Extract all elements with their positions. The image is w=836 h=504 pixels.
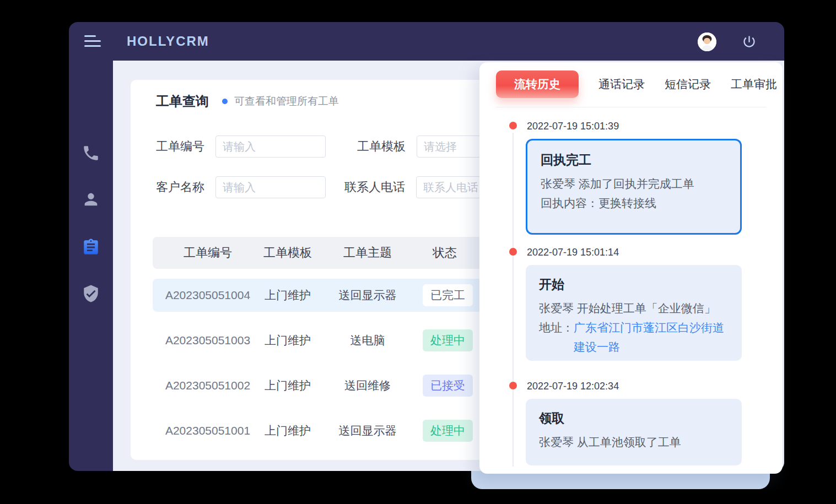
timeline-card-text: 张爱琴 开始处理工单「企业微信」 bbox=[539, 299, 729, 318]
filter-workorder-id: 工单编号 bbox=[156, 136, 326, 158]
cell-template: 上门维护 bbox=[263, 333, 312, 348]
user-icon bbox=[82, 190, 100, 209]
customer-name-input[interactable] bbox=[215, 176, 326, 198]
cell-id: A202305051003 bbox=[153, 334, 263, 347]
tab-flow-history[interactable]: 流转历史 bbox=[496, 71, 579, 98]
avatar[interactable] bbox=[698, 32, 716, 51]
filter-label: 工单编号 bbox=[156, 138, 204, 155]
timeline-dot-icon bbox=[509, 382, 517, 389]
timeline-timestamp: 2022-07-19 12:02:34 bbox=[527, 380, 619, 393]
col-header-template: 工单模板 bbox=[263, 245, 312, 261]
cell-subject: 送回维修 bbox=[312, 378, 423, 393]
sidebar-item-calls[interactable] bbox=[82, 144, 100, 162]
sidebar-item-security[interactable] bbox=[82, 284, 100, 303]
timeline-timestamp: 2022-07-19 15:01:14 bbox=[527, 246, 619, 259]
timeline-dot-icon bbox=[509, 248, 517, 256]
filter-customer-name: 客户名称 bbox=[156, 176, 326, 198]
screenshot-stage: HOLLYCRM bbox=[0, 0, 836, 504]
tabs-divider bbox=[496, 107, 766, 107]
timeline-dot-icon bbox=[509, 122, 517, 129]
clipboard-icon bbox=[82, 238, 100, 257]
cell-id: A202305051002 bbox=[153, 379, 263, 392]
cell-id: A202305051004 bbox=[153, 289, 263, 302]
timeline-card-text: 张爱琴 添加了回执并完成工单 bbox=[541, 174, 727, 193]
menu-icon[interactable] bbox=[84, 35, 101, 50]
timeline-card-started: 开始 张爱琴 开始处理工单「企业微信」 地址： 广东省江门市蓬江区白沙街道建设一… bbox=[526, 265, 742, 361]
app-header: HOLLYCRM bbox=[69, 22, 784, 61]
timeline-card-title: 开始 bbox=[539, 276, 729, 293]
sidebar-item-workorders-active[interactable] bbox=[82, 238, 100, 257]
page-subtitle: 可查看和管理所有工单 bbox=[234, 94, 339, 109]
timeline-timestamp: 2022-07-19 15:01:39 bbox=[527, 120, 619, 133]
tab-sms-records[interactable]: 短信记录 bbox=[665, 77, 711, 92]
cell-template: 上门维护 bbox=[263, 423, 312, 438]
status-badge: 已接受 bbox=[423, 375, 473, 397]
status-badge: 处理中 bbox=[423, 329, 473, 351]
cell-subject: 送电脑 bbox=[312, 333, 423, 348]
cell-subject: 送回显示器 bbox=[312, 423, 423, 438]
address-link[interactable]: 广东省江门市蓬江区白沙街道建设一路 bbox=[574, 318, 724, 356]
filter-label: 联系人电话 bbox=[344, 179, 405, 196]
timeline-card-title: 回执完工 bbox=[541, 151, 727, 169]
tab-workorder-approval[interactable]: 工单审批 bbox=[731, 77, 777, 92]
timeline-card-claimed: 领取 张爱琴 从工单池领取了工单 bbox=[526, 399, 742, 465]
cell-template: 上门维护 bbox=[263, 288, 312, 303]
page-title: 工单查询 bbox=[156, 93, 209, 110]
filter-label: 客户名称 bbox=[156, 179, 204, 196]
cell-subject: 送回显示器 bbox=[312, 288, 423, 303]
subtitle-dot-icon bbox=[222, 99, 228, 104]
timeline-line bbox=[513, 133, 514, 467]
sidebar-item-customers[interactable] bbox=[82, 190, 100, 209]
cell-template: 上门维护 bbox=[263, 378, 312, 393]
panel-tabs: 流转历史 通话记录 短信记录 工单审批 bbox=[496, 71, 777, 98]
status-badge: 已完工 bbox=[423, 284, 473, 306]
timeline-card-completed: 回执完工 张爱琴 添加了回执并完成工单 回执内容：更换转接线 bbox=[526, 139, 742, 235]
brand-logo: HOLLYCRM bbox=[127, 34, 209, 49]
col-header-subject: 工单主题 bbox=[312, 245, 423, 261]
power-icon[interactable] bbox=[742, 34, 757, 49]
timeline-card-address-row: 地址： 广东省江门市蓬江区白沙街道建设一路 bbox=[539, 318, 729, 356]
workorder-id-input[interactable] bbox=[215, 136, 326, 158]
col-header-id: 工单编号 bbox=[153, 245, 263, 261]
timeline-card-title: 领取 bbox=[539, 410, 729, 427]
shield-check-icon bbox=[82, 284, 100, 303]
history-panel: 流转历史 通话记录 短信记录 工单审批 2022-07-19 15:01:39 … bbox=[479, 62, 783, 474]
cell-id: A202305051001 bbox=[153, 424, 263, 437]
col-header-status: 状态 bbox=[423, 245, 467, 261]
address-label: 地址： bbox=[539, 318, 574, 337]
filter-label: 工单模板 bbox=[357, 138, 406, 155]
timeline-card-text: 张爱琴 从工单池领取了工单 bbox=[539, 432, 729, 452]
timeline-card-text: 回执内容：更换转接线 bbox=[541, 193, 727, 213]
page-title-row: 工单查询 可查看和管理所有工单 bbox=[156, 92, 339, 111]
status-badge: 处理中 bbox=[423, 420, 473, 442]
tab-call-records[interactable]: 通话记录 bbox=[598, 77, 645, 92]
phone-icon bbox=[82, 144, 100, 162]
